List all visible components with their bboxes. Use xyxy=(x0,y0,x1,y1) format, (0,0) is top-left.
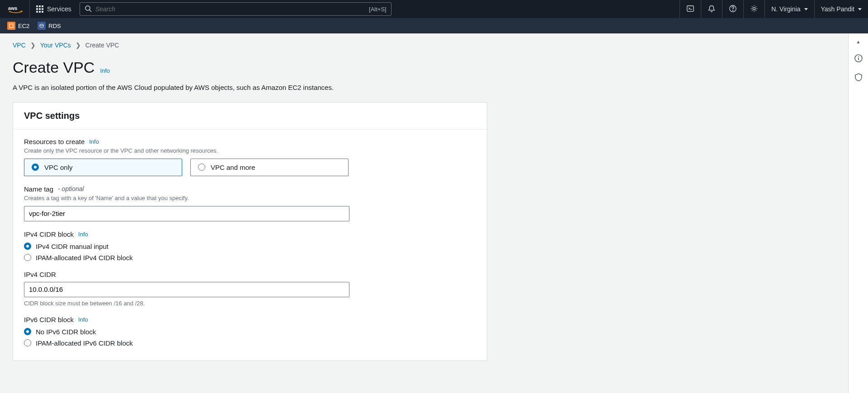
page-description: A VPC is an isolated portion of the AWS … xyxy=(13,83,835,93)
panel-header: VPC settings xyxy=(13,103,487,130)
help-button[interactable] xyxy=(722,0,743,18)
search-bar[interactable]: [Alt+S] xyxy=(80,2,392,16)
ec2-icon xyxy=(7,22,15,30)
region-label: N. Virginia xyxy=(771,5,800,13)
help-icon xyxy=(729,5,737,14)
search-icon xyxy=(85,5,92,14)
optional-marker: - optional xyxy=(58,185,84,192)
info-link[interactable]: Info xyxy=(89,138,99,145)
bell-icon xyxy=(708,5,716,14)
vpc-settings-panel: VPC settings Resources to create Info Cr… xyxy=(13,102,487,361)
svg-point-10 xyxy=(85,6,90,10)
info-circle-icon xyxy=(854,54,863,64)
cloudshell-button[interactable] xyxy=(679,0,701,18)
field-label: Name tag xyxy=(24,185,53,193)
account-menu[interactable]: Yash Pandit xyxy=(814,0,868,18)
radio-selected-icon xyxy=(24,243,31,250)
radio-ipv6-none[interactable]: No IPv6 CIDR block xyxy=(24,328,476,336)
radio-selected-icon xyxy=(24,328,31,335)
grid-icon xyxy=(36,5,43,13)
svg-rect-9 xyxy=(42,11,43,13)
security-panel-toggle[interactable] xyxy=(852,71,865,84)
settings-button[interactable] xyxy=(743,0,764,18)
field-label: Resources to create xyxy=(24,138,85,145)
radio-ipv6-ipam[interactable]: IPAM-allocated IPv6 CIDR block xyxy=(24,339,476,347)
region-selector[interactable]: N. Virginia xyxy=(764,0,814,18)
field-resources-to-create: Resources to create Info Create only the… xyxy=(24,138,476,176)
breadcrumb-your-vpcs[interactable]: Your VPCs xyxy=(40,42,71,49)
search-shortcut: [Alt+S] xyxy=(369,6,387,13)
svg-rect-4 xyxy=(36,8,38,10)
scroll-up-arrow[interactable] xyxy=(849,37,868,46)
name-tag-input[interactable] xyxy=(24,206,349,221)
favorite-label: RDS xyxy=(48,23,61,29)
services-label: Services xyxy=(47,5,71,13)
cloudshell-icon xyxy=(686,5,694,14)
radio-unselected-icon xyxy=(24,254,31,261)
field-ipv4-cidr-block: IPv4 CIDR block Info IPv4 CIDR manual in… xyxy=(24,230,476,262)
chevron-right-icon: ❯ xyxy=(30,42,36,49)
gear-icon xyxy=(750,5,758,14)
svg-point-16 xyxy=(753,7,755,9)
field-help: CIDR block size must be between /16 and … xyxy=(24,300,476,307)
ipv4-cidr-input[interactable] xyxy=(24,282,349,297)
field-ipv6-cidr-block: IPv6 CIDR block Info No IPv6 CIDR block … xyxy=(24,316,476,347)
field-help: Create only the VPC resource or the VPC … xyxy=(24,147,476,154)
option-vpc-only[interactable]: VPC only xyxy=(24,159,182,176)
chevron-right-icon: ❯ xyxy=(75,42,81,49)
svg-rect-1 xyxy=(36,5,38,7)
svg-rect-6 xyxy=(42,8,43,10)
svg-point-20 xyxy=(858,56,859,57)
global-nav: aws Services [Alt+S] xyxy=(0,0,868,18)
radio-ipv4-ipam[interactable]: IPAM-allocated IPv4 CIDR block xyxy=(24,254,476,262)
breadcrumb: VPC ❯ Your VPCs ❯ Create VPC xyxy=(13,42,835,49)
rds-icon xyxy=(38,22,46,30)
favorite-label: EC2 xyxy=(18,23,29,29)
favorite-ec2[interactable]: EC2 xyxy=(7,22,29,30)
field-label: IPv4 CIDR xyxy=(24,271,56,278)
radio-ipv4-manual[interactable]: IPv4 CIDR manual input xyxy=(24,243,476,250)
side-tools-panel xyxy=(848,33,868,393)
svg-rect-2 xyxy=(39,5,41,7)
radio-selected-icon xyxy=(32,164,39,171)
radio-label: IPv4 CIDR manual input xyxy=(36,243,108,250)
notifications-button[interactable] xyxy=(701,0,722,18)
field-label: IPv6 CIDR block xyxy=(24,316,74,323)
option-vpc-and-more[interactable]: VPC and more xyxy=(190,159,349,176)
breadcrumb-current: Create VPC xyxy=(85,42,119,49)
svg-rect-5 xyxy=(39,8,41,10)
nav-right: N. Virginia Yash Pandit xyxy=(679,0,868,18)
search-input[interactable] xyxy=(92,5,369,13)
aws-logo[interactable]: aws xyxy=(0,0,30,18)
radio-label: IPAM-allocated IPv4 CIDR block xyxy=(36,254,133,262)
radio-unselected-icon xyxy=(198,164,205,171)
svg-rect-7 xyxy=(36,11,38,13)
radio-unselected-icon xyxy=(24,339,31,346)
option-label: VPC and more xyxy=(211,164,255,171)
services-menu-button[interactable]: Services xyxy=(30,0,78,18)
caret-down-icon xyxy=(858,8,862,10)
info-panel-toggle[interactable] xyxy=(852,52,865,65)
option-label: VPC only xyxy=(44,164,73,171)
svg-text:aws: aws xyxy=(8,5,17,11)
breadcrumb-vpc[interactable]: VPC xyxy=(13,42,26,49)
info-link[interactable]: Info xyxy=(78,231,88,238)
main-content: VPC ❯ Your VPCs ❯ Create VPC Create VPC … xyxy=(0,33,848,393)
info-link[interactable]: Info xyxy=(78,316,88,323)
user-label: Yash Pandit xyxy=(821,5,854,13)
radio-label: IPAM-allocated IPv6 CIDR block xyxy=(36,339,133,347)
field-ipv4-cidr: IPv4 CIDR CIDR block size must be betwee… xyxy=(24,271,476,307)
svg-point-15 xyxy=(732,10,733,11)
favorites-bar: EC2 RDS xyxy=(0,18,868,33)
caret-down-icon xyxy=(804,8,808,10)
svg-rect-3 xyxy=(42,5,43,7)
shield-icon xyxy=(854,73,863,83)
page-title: Create VPC xyxy=(13,59,94,76)
radio-label: No IPv6 CIDR block xyxy=(36,328,96,336)
favorite-rds[interactable]: RDS xyxy=(38,22,61,30)
info-link[interactable]: Info xyxy=(100,67,110,74)
svg-line-11 xyxy=(90,10,91,12)
svg-point-18 xyxy=(40,24,43,26)
field-help: Creates a tag with a key of 'Name' and a… xyxy=(24,195,476,201)
svg-rect-17 xyxy=(9,24,13,28)
